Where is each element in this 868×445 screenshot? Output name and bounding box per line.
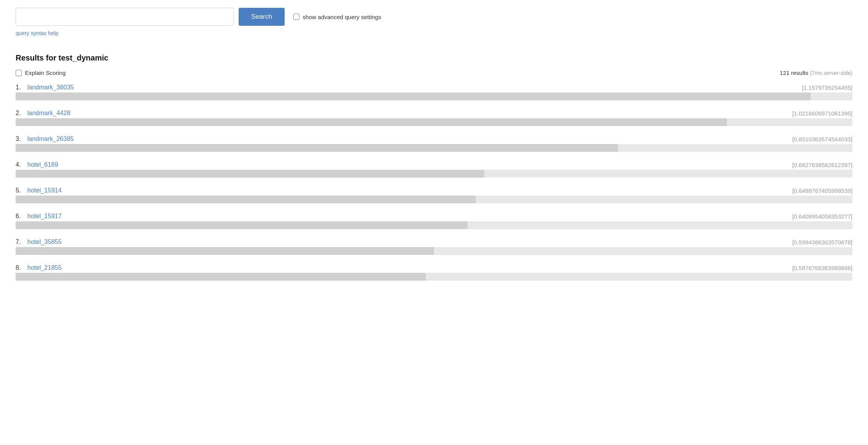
result-link[interactable]: hotel_6169 xyxy=(27,161,58,168)
result-title-row: 7. hotel_35855 [0.5994386303570878] xyxy=(16,239,852,246)
explain-scoring-label: Explain Scoring xyxy=(16,69,66,76)
result-item: 1. landmark_38035 [1.1579735254455] xyxy=(16,84,852,100)
result-bar xyxy=(16,247,434,255)
explain-scoring-checkbox[interactable] xyxy=(16,70,22,76)
result-title-row: 2. landmark_4428 [1.0216606971061395] xyxy=(16,110,852,117)
result-title-row: 3. landmark_26385 [0.8510363574544033] xyxy=(16,135,852,142)
result-bar xyxy=(16,144,618,152)
result-bar-container xyxy=(16,221,852,229)
result-title-left: 8. hotel_21855 xyxy=(16,264,62,271)
result-title-row: 6. hotel_15917 [0.6408954058353277] xyxy=(16,213,852,220)
query-syntax-link[interactable]: query syntax help xyxy=(16,30,58,36)
explain-scoring-row: Explain Scoring 121 results (7ms server-… xyxy=(16,69,852,76)
result-bar xyxy=(16,118,727,126)
result-title-left: 7. hotel_35855 xyxy=(16,239,62,246)
result-score: [0.6627638582612397] xyxy=(792,162,852,168)
result-number: 4. xyxy=(16,161,25,168)
result-score: [0.5876768363989866] xyxy=(792,265,852,271)
result-title-row: 8. hotel_21855 [0.5876768363989866] xyxy=(16,264,852,271)
result-item: 6. hotel_15917 [0.6408954058353277] xyxy=(16,213,852,229)
result-link[interactable]: hotel_15917 xyxy=(27,213,62,220)
result-item: 4. hotel_6169 [0.6627638582612397] xyxy=(16,161,852,178)
result-link[interactable]: hotel_35855 xyxy=(27,239,62,246)
advanced-settings-checkbox[interactable] xyxy=(293,14,299,20)
results-list: 1. landmark_38035 [1.1579735254455] 2. l… xyxy=(16,84,852,281)
result-title-row: 5. hotel_15914 [0.6488767405998539] xyxy=(16,187,852,194)
result-bar xyxy=(16,196,476,203)
result-bar-container xyxy=(16,273,852,281)
result-item: 8. hotel_21855 [0.5876768363989866] xyxy=(16,264,852,281)
result-score: [0.6408954058353277] xyxy=(792,213,852,220)
result-title-left: 5. hotel_15914 xyxy=(16,187,62,194)
result-bar-container xyxy=(16,144,852,152)
result-title-row: 1. landmark_38035 [1.1579735254455] xyxy=(16,84,852,91)
result-number: 8. xyxy=(16,264,25,271)
result-bar-container xyxy=(16,93,852,100)
result-number: 2. xyxy=(16,110,25,117)
result-title-left: 4. hotel_6169 xyxy=(16,161,58,168)
search-button[interactable]: Search xyxy=(239,8,285,26)
result-title-left: 6. hotel_15917 xyxy=(16,213,62,220)
result-score: [0.8510363574544033] xyxy=(792,136,852,142)
result-link[interactable]: hotel_15914 xyxy=(27,187,62,194)
result-link[interactable]: hotel_21855 xyxy=(27,264,62,271)
result-bar-container xyxy=(16,196,852,203)
result-bar-container xyxy=(16,170,852,178)
search-row: +view +food +beach Search show advanced … xyxy=(16,8,852,26)
result-item: 3. landmark_26385 [0.8510363574544033] xyxy=(16,135,852,152)
result-title-left: 1. landmark_38035 xyxy=(16,84,74,91)
result-number: 1. xyxy=(16,84,25,91)
result-title-left: 2. landmark_4428 xyxy=(16,110,70,117)
result-link[interactable]: landmark_26385 xyxy=(27,135,74,142)
result-title-row: 4. hotel_6169 [0.6627638582612397] xyxy=(16,161,852,168)
result-bar xyxy=(16,273,426,281)
result-bar xyxy=(16,170,484,178)
result-title-left: 3. landmark_26385 xyxy=(16,135,74,142)
result-score: [1.1579735254455] xyxy=(802,84,852,91)
result-score: [0.5994386303570878] xyxy=(792,239,852,246)
result-score: [1.0216606971061395] xyxy=(792,110,852,117)
result-bar-container xyxy=(16,118,852,126)
results-count: 121 results (7ms server-side) xyxy=(780,69,852,76)
advanced-settings-label: show advanced query settings xyxy=(293,14,381,20)
result-number: 5. xyxy=(16,187,25,194)
results-heading: Results for test_dynamic xyxy=(16,53,852,62)
result-item: 7. hotel_35855 [0.5994386303570878] xyxy=(16,239,852,255)
search-input[interactable]: +view +food +beach xyxy=(16,8,234,26)
result-item: 2. landmark_4428 [1.0216606971061395] xyxy=(16,110,852,126)
result-bar xyxy=(16,93,811,100)
result-bar-container xyxy=(16,247,852,255)
result-item: 5. hotel_15914 [0.6488767405998539] xyxy=(16,187,852,203)
result-number: 3. xyxy=(16,135,25,142)
result-score: [0.6488767405998539] xyxy=(792,187,852,194)
result-link[interactable]: landmark_4428 xyxy=(27,110,70,117)
result-bar xyxy=(16,221,468,229)
result-link[interactable]: landmark_38035 xyxy=(27,84,74,91)
result-number: 7. xyxy=(16,239,25,246)
result-number: 6. xyxy=(16,213,25,220)
